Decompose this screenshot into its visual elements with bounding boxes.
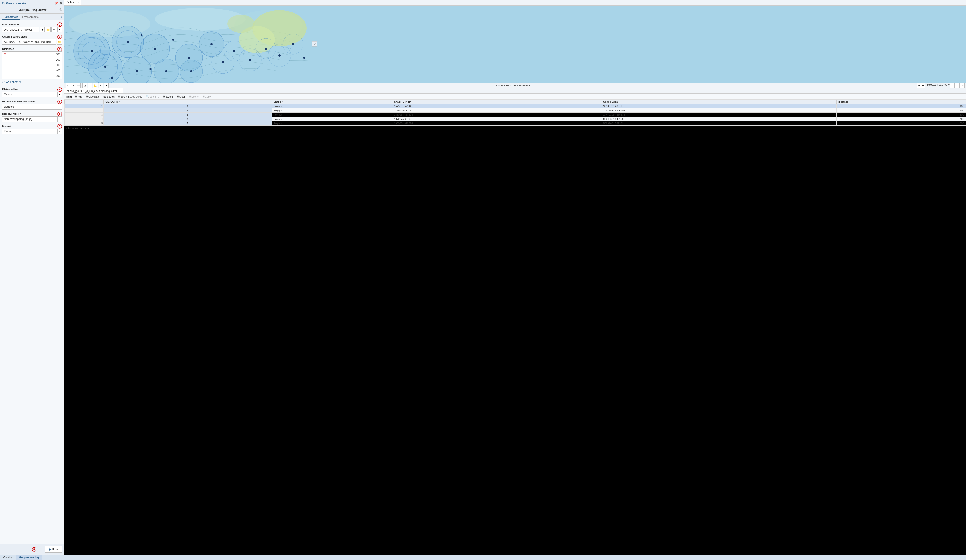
gp-nav: ← Multiple Ring Buffer ⊕ (0, 6, 64, 13)
gp-tabs: Parameters Environments ? (0, 13, 64, 20)
col-objectid[interactable]: OBJECTID * (104, 100, 272, 104)
copy-button[interactable]: ⊟ Copy (201, 94, 212, 99)
map-refresh-btn[interactable]: ↻ (960, 83, 964, 88)
svg-point-46 (111, 77, 113, 79)
gp-body: Input Features 1 ▼ 📁 ✏ ▼ Output Feature … (0, 20, 64, 544)
svg-point-29 (90, 50, 93, 52)
toolbar-menu-button[interactable]: ≡ (960, 95, 964, 99)
col-distance[interactable]: distance (836, 100, 966, 104)
switch-button[interactable]: ⊟ Switch (161, 94, 174, 99)
cell-objectid: 3 (104, 113, 272, 117)
method-dropdown[interactable]: ▼ (58, 128, 62, 134)
map-tool-cursor[interactable]: ↖ (99, 83, 103, 88)
cell-shape-area: 92249684.649156 (601, 117, 836, 121)
method-input[interactable] (2, 128, 57, 134)
map-tool-dropdown[interactable]: ▼ (104, 83, 108, 88)
input-features-folder[interactable]: 📁 (45, 27, 51, 32)
col-shape[interactable]: Shape * (271, 100, 392, 104)
badge-3: 3 (58, 47, 62, 51)
tab-environments[interactable]: Environments (20, 15, 40, 20)
add-field-button[interactable]: ⊞ Add (74, 94, 84, 99)
panel-title: Multiple Ring Buffer (18, 8, 47, 11)
svg-point-39 (233, 50, 235, 52)
run-icon: ▶ (49, 548, 51, 551)
copy-label: Copy (205, 95, 211, 98)
input-features-input[interactable] (2, 27, 39, 32)
bottom-tab-geoprocessing[interactable]: Geoprocessing (16, 555, 42, 560)
switch-label: Switch (166, 95, 172, 98)
output-feature-class-input[interactable] (2, 39, 56, 44)
bottom-tab-catalog[interactable]: Catalog (0, 555, 16, 560)
input-features-pencil[interactable]: ✏ (51, 27, 57, 32)
coord-system-dropdown[interactable]: °N (917, 83, 925, 88)
add-another-button[interactable]: ⊕ Add another (2, 79, 62, 85)
svg-point-30 (127, 41, 129, 43)
map-pause-btn[interactable]: ⏸ (955, 83, 959, 88)
run-button[interactable]: ▶ Run (45, 546, 62, 553)
delete-button[interactable]: ⊟ Delete (187, 94, 200, 99)
geoprocessing-header: ⚙ Geoprocessing 📌 ✕ (0, 0, 64, 6)
distance-unit-dropdown[interactable]: ▼ (58, 92, 62, 97)
svg-text:⤢: ⤢ (314, 42, 316, 46)
map-tool-measure[interactable]: 📐 (93, 83, 98, 88)
dissolve-option-input[interactable] (2, 116, 57, 122)
distance-spacer-3: ✕ (2, 64, 7, 67)
distance-input-1[interactable] (7, 52, 62, 57)
distance-input-5[interactable] (7, 73, 62, 79)
distance-row-4: ✕ (2, 68, 62, 73)
clear-button[interactable]: ⊟ Clear (175, 94, 187, 99)
scale-select[interactable]: 1:21,403 (66, 83, 80, 88)
input-features-more[interactable]: ▼ (58, 27, 62, 32)
cell-shape-length: 1575531.52144 (392, 104, 601, 108)
map-tab-close[interactable]: ✕ (77, 2, 79, 4)
table-row[interactable]: 2 2 Polygon 3229358.47201 168178283.3063… (65, 108, 966, 113)
distance-input-4[interactable] (7, 68, 62, 73)
add-row-hint: Click to add new row. (64, 126, 966, 130)
selected-features-area: Selected Features: 0 □ ⏸ ↻ (927, 83, 964, 88)
map-background[interactable]: ⤢ (64, 6, 966, 82)
output-feature-class-folder[interactable]: 📁 (57, 39, 62, 44)
table-tab-close[interactable]: ✕ (119, 90, 121, 92)
map-tool-table[interactable]: ≡ (88, 83, 92, 88)
field-section: Field: ⊞ Add ⊞ Calculate (66, 94, 100, 99)
table-row[interactable]: 4 4 Polygon 1872075.697921 92249684.6491… (65, 117, 966, 121)
cell-distance: 500 (836, 121, 966, 126)
map-tab[interactable]: 🗺 Map ✕ (64, 0, 82, 5)
col-rownum (65, 100, 104, 104)
svg-point-37 (190, 70, 192, 72)
buffer-distance-field-input[interactable] (2, 104, 62, 110)
table-tab[interactable]: ⊞ cvs_jgd2011_s_Projec...tipleRingBuffer… (64, 89, 123, 94)
distance-unit-input[interactable] (2, 92, 57, 97)
table-row[interactable]: 1 1 Polygon 1575531.52144 96935790.26677… (65, 104, 966, 108)
distance-input-2[interactable] (7, 57, 62, 62)
calculate-button[interactable]: ⊞ Calculate (84, 94, 100, 99)
select-by-attributes-button[interactable]: ⊞ Select By Attributes (116, 94, 143, 99)
cell-distance: 300 (836, 113, 966, 117)
attribute-table[interactable]: OBJECTID * Shape * Shape_Length Shape_Ar… (64, 100, 966, 555)
cell-rownum: 5 (65, 121, 104, 126)
distance-input-3[interactable] (7, 62, 62, 68)
cell-rownum: 2 (65, 108, 104, 113)
tab-parameters[interactable]: Parameters (2, 15, 20, 20)
add-button[interactable]: ⊕ (59, 7, 62, 12)
distances-group: Distances 3 ✕ ✕ ✕ (2, 47, 62, 85)
close-icon[interactable]: ✕ (60, 2, 62, 5)
geoprocessing-icon: ⚙ (2, 2, 5, 5)
map-tool-grid[interactable]: ⊞ (82, 83, 87, 88)
input-features-dropdown[interactable]: ▼ (40, 27, 44, 32)
map-export-btn[interactable]: □ (950, 83, 955, 88)
field-label: Field: (66, 95, 72, 98)
map-tab-bar: 🗺 Map ✕ (64, 0, 966, 6)
distance-delete-1[interactable]: ✕ (2, 53, 7, 56)
back-button[interactable]: ← (2, 7, 6, 12)
dissolve-option-dropdown[interactable]: ▼ (58, 116, 62, 122)
col-shape-length[interactable]: Shape_Length (392, 100, 601, 104)
table-row[interactable]: 5 5 Polygon 1060304.875524 50687004.7612… (65, 121, 966, 126)
zoom-to-button[interactable]: 🔍 Zoom To (145, 94, 161, 99)
col-shape-area[interactable]: Shape_Area (601, 100, 836, 104)
output-feature-class-label: Output Feature class (2, 35, 27, 38)
table-row[interactable]: 3 3 Polygon 2850258.368608 144722035.459… (65, 113, 966, 117)
add-another-icon: ⊕ (2, 80, 5, 84)
help-icon[interactable]: ? (61, 15, 62, 19)
pin-icon[interactable]: 📌 (54, 2, 58, 5)
